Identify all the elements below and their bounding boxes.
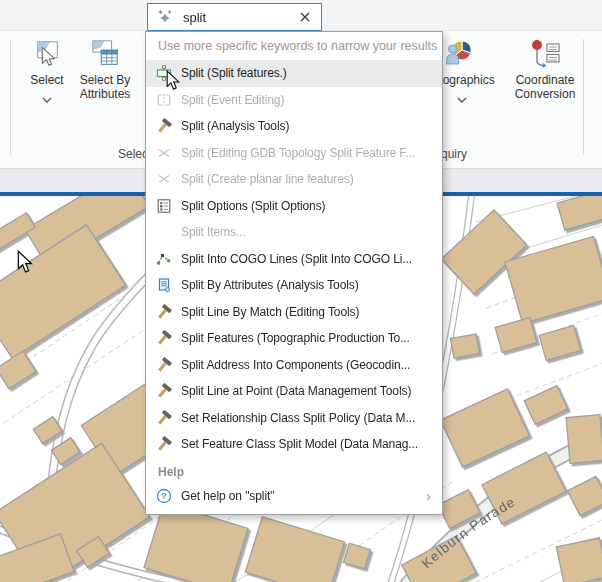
select-button[interactable]: Select — [18, 35, 76, 107]
result-split-into-cogo-lines[interactable]: Split Into COGO Lines (Split Into COGO L… — [146, 246, 442, 273]
result-label: Split Features (Topographic Production T… — [181, 331, 410, 345]
result-split-features-topographic[interactable]: Split Features (Topographic Production T… — [146, 325, 442, 352]
result-label: Split (Event Editing) — [181, 93, 284, 107]
result-label: Split Into COGO Lines (Split Into COGO L… — [181, 252, 412, 266]
cursor-pointer-dropdown — [166, 70, 181, 95]
script-icon — [155, 277, 172, 293]
result-set-feature-class-split-model[interactable]: Set Feature Class Split Model (Data Mana… — [146, 431, 442, 458]
chevron-down-icon[interactable] — [457, 89, 467, 107]
group-divider — [10, 39, 11, 155]
select-tool-icon — [32, 35, 62, 69]
geoprocessing-hammer-icon — [155, 330, 172, 346]
result-split-items: Split Items... — [146, 219, 442, 246]
result-split-by-attributes[interactable]: Split By Attributes (Analysis Tools) — [146, 272, 442, 299]
help-icon: ? — [155, 488, 172, 504]
arcgis-pro-window: Select Select By Attributes Selection — [0, 0, 602, 582]
result-split-event-editing: Split (Event Editing) — [146, 87, 442, 114]
options-list-icon — [155, 198, 172, 214]
chevron-down-icon[interactable] — [42, 89, 52, 107]
search-input[interactable]: split — [183, 10, 297, 25]
select-by-attributes-button[interactable]: Select By Attributes — [74, 35, 136, 101]
coordinate-conversion-label: Coordinate Conversion — [508, 73, 582, 101]
result-split-address[interactable]: Split Address Into Components (Geocodin.… — [146, 352, 442, 379]
result-label: Split Line By Match (Editing Tools) — [181, 305, 359, 319]
get-help-label: Get help on "split" — [181, 489, 274, 503]
result-split-line-by-match[interactable]: Split Line By Match (Editing Tools) — [146, 299, 442, 326]
svg-text:?: ? — [161, 490, 167, 501]
geoprocessing-hammer-icon — [155, 383, 172, 399]
result-label: Split Address Into Components (Geocodin.… — [181, 358, 410, 372]
select-button-label: Select — [30, 73, 63, 87]
select-by-attributes-icon — [90, 35, 120, 69]
coordinate-conversion-button[interactable]: Coordinate Conversion — [508, 35, 582, 101]
result-label: Set Relationship Class Split Policy (Dat… — [181, 411, 415, 425]
result-label: Split (Create planar line features) — [181, 172, 354, 186]
geoprocessing-hammer-icon — [155, 304, 172, 320]
result-set-relationship-split-policy[interactable]: Set Relationship Class Split Policy (Dat… — [146, 405, 442, 432]
result-label: Split (Editing GDB Topology Split Featur… — [181, 146, 415, 160]
no-icon — [155, 224, 172, 240]
result-split-analysis-tools[interactable]: Split (Analysis Tools) — [146, 113, 442, 140]
coordinate-conversion-icon — [528, 35, 562, 69]
command-search-icon — [156, 8, 174, 26]
geoprocessing-hammer-icon — [155, 357, 172, 373]
disabled-cross-icon — [155, 145, 172, 161]
infographics-icon — [445, 35, 479, 69]
cursor-pointer-map — [17, 250, 34, 278]
result-split-options[interactable]: Split Options (Split Options) — [146, 193, 442, 220]
group-divider — [583, 39, 584, 155]
select-by-attributes-label: Select By Attributes — [74, 73, 136, 101]
search-results-dropdown: Use more specific keywords to narrow you… — [145, 31, 443, 515]
command-search-box[interactable]: split — [147, 3, 322, 31]
chevron-right-icon: › — [426, 487, 431, 504]
search-hint: Use more specific keywords to narrow you… — [146, 32, 442, 60]
help-section-header: Help — [146, 461, 442, 483]
result-label: Split Options (Split Options) — [181, 199, 326, 213]
result-label: Split (Analysis Tools) — [181, 119, 289, 133]
result-split-gdb-topology: Split (Editing GDB Topology Split Featur… — [146, 140, 442, 167]
result-split-line-at-point[interactable]: Split Line at Point (Data Management Too… — [146, 378, 442, 405]
geoprocessing-hammer-icon — [155, 410, 172, 426]
geoprocessing-hammer-icon — [155, 118, 172, 134]
disabled-cross-icon — [155, 171, 172, 187]
geoprocessing-hammer-icon — [155, 436, 172, 452]
result-label: Split Items... — [181, 225, 246, 239]
result-label: Split (Split features.) — [181, 66, 287, 80]
get-help-item[interactable]: ? Get help on "split" › — [146, 483, 442, 510]
result-label: Set Feature Class Split Model (Data Mana… — [181, 437, 418, 451]
close-icon[interactable] — [297, 9, 313, 25]
result-split-features[interactable]: Split (Split features.) — [146, 60, 442, 87]
cogo-lines-icon — [155, 251, 172, 267]
result-split-planar-lines: Split (Create planar line features) — [146, 166, 442, 193]
result-label: Split By Attributes (Analysis Tools) — [181, 278, 359, 292]
result-label: Split Line at Point (Data Management Too… — [181, 384, 411, 398]
